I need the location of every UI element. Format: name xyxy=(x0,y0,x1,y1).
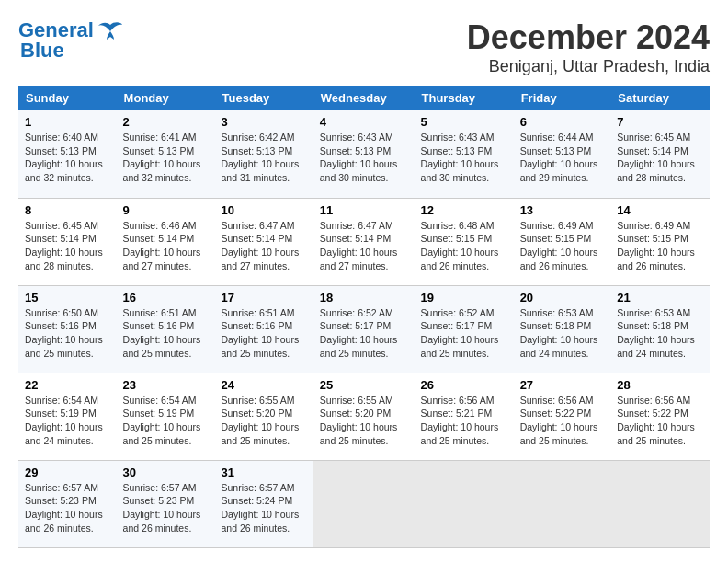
day-info: Sunrise: 6:51 AMSunset: 5:16 PMDaylight:… xyxy=(222,307,300,359)
day-info: Sunrise: 6:44 AMSunset: 5:13 PMDaylight:… xyxy=(520,132,598,183)
header-monday: Monday xyxy=(117,86,215,110)
day-info: Sunrise: 6:41 AMSunset: 5:13 PMDaylight:… xyxy=(123,132,201,183)
header-row: SundayMondayTuesdayWednesdayThursdayFrid… xyxy=(18,86,710,110)
day-number: 1 xyxy=(25,115,110,129)
calendar-cell: 14 Sunrise: 6:49 AMSunset: 5:15 PMDaylig… xyxy=(610,198,710,285)
day-info: Sunrise: 6:52 AMSunset: 5:17 PMDaylight:… xyxy=(320,307,398,359)
day-number: 4 xyxy=(320,115,408,129)
day-number: 18 xyxy=(320,291,408,304)
day-number: 23 xyxy=(123,378,209,392)
calendar-cell: 29 Sunrise: 6:57 AMSunset: 5:23 PMDaylig… xyxy=(18,460,117,547)
calendar-cell: 27 Sunrise: 6:56 AMSunset: 5:22 PMDaylig… xyxy=(514,373,611,460)
page-header: General Blue December 2024 Beniganj, Utt… xyxy=(18,18,710,76)
day-number: 16 xyxy=(123,291,209,304)
calendar-cell: 6 Sunrise: 6:44 AMSunset: 5:13 PMDayligh… xyxy=(514,110,611,198)
header-friday: Friday xyxy=(514,86,611,110)
day-number: 5 xyxy=(421,115,507,129)
day-number: 30 xyxy=(123,465,209,479)
day-info: Sunrise: 6:52 AMSunset: 5:17 PMDaylight:… xyxy=(421,307,499,359)
day-info: Sunrise: 6:49 AMSunset: 5:15 PMDaylight:… xyxy=(617,220,695,271)
day-info: Sunrise: 6:50 AMSunset: 5:16 PMDaylight:… xyxy=(25,307,103,359)
calendar-cell: 30 Sunrise: 6:57 AMSunset: 5:23 PMDaylig… xyxy=(117,460,215,547)
day-info: Sunrise: 6:55 AMSunset: 5:20 PMDaylight:… xyxy=(222,395,300,446)
calendar-cell: 5 Sunrise: 6:43 AMSunset: 5:13 PMDayligh… xyxy=(415,110,514,198)
day-number: 11 xyxy=(320,203,408,217)
day-info: Sunrise: 6:57 AMSunset: 5:23 PMDaylight:… xyxy=(25,482,103,534)
calendar-cell: 1 Sunrise: 6:40 AMSunset: 5:13 PMDayligh… xyxy=(18,110,117,198)
day-number: 22 xyxy=(25,378,110,392)
day-number: 15 xyxy=(25,291,110,304)
header-wednesday: Wednesday xyxy=(313,86,415,110)
day-info: Sunrise: 6:47 AMSunset: 5:14 PMDaylight:… xyxy=(222,220,300,271)
day-info: Sunrise: 6:43 AMSunset: 5:13 PMDaylight:… xyxy=(320,132,398,183)
day-info: Sunrise: 6:54 AMSunset: 5:19 PMDaylight:… xyxy=(123,395,201,446)
calendar-cell: 7 Sunrise: 6:45 AMSunset: 5:14 PMDayligh… xyxy=(610,110,710,198)
day-info: Sunrise: 6:53 AMSunset: 5:18 PMDaylight:… xyxy=(617,307,695,359)
week-row-5: 29 Sunrise: 6:57 AMSunset: 5:23 PMDaylig… xyxy=(18,460,710,547)
calendar-cell: 25 Sunrise: 6:55 AMSunset: 5:20 PMDaylig… xyxy=(313,373,415,460)
calendar-cell xyxy=(514,460,611,547)
day-info: Sunrise: 6:49 AMSunset: 5:15 PMDaylight:… xyxy=(520,220,598,271)
day-number: 26 xyxy=(421,378,507,392)
calendar-cell: 13 Sunrise: 6:49 AMSunset: 5:15 PMDaylig… xyxy=(514,198,611,285)
day-info: Sunrise: 6:57 AMSunset: 5:23 PMDaylight:… xyxy=(123,482,201,534)
day-number: 27 xyxy=(520,378,605,392)
calendar-cell xyxy=(610,460,710,547)
calendar-cell: 10 Sunrise: 6:47 AMSunset: 5:14 PMDaylig… xyxy=(215,198,313,285)
calendar-cell: 11 Sunrise: 6:47 AMSunset: 5:14 PMDaylig… xyxy=(313,198,415,285)
day-number: 3 xyxy=(222,115,307,129)
day-info: Sunrise: 6:56 AMSunset: 5:22 PMDaylight:… xyxy=(520,395,598,446)
day-info: Sunrise: 6:42 AMSunset: 5:13 PMDaylight:… xyxy=(222,132,300,183)
day-info: Sunrise: 6:56 AMSunset: 5:21 PMDaylight:… xyxy=(421,395,499,446)
day-number: 31 xyxy=(222,465,307,479)
day-info: Sunrise: 6:45 AMSunset: 5:14 PMDaylight:… xyxy=(25,220,103,271)
logo: General Blue xyxy=(18,18,123,63)
calendar-cell: 31 Sunrise: 6:57 AMSunset: 5:24 PMDaylig… xyxy=(215,460,313,547)
calendar-cell: 18 Sunrise: 6:52 AMSunset: 5:17 PMDaylig… xyxy=(313,285,415,373)
calendar-cell: 12 Sunrise: 6:48 AMSunset: 5:15 PMDaylig… xyxy=(415,198,514,285)
day-info: Sunrise: 6:53 AMSunset: 5:18 PMDaylight:… xyxy=(520,307,598,359)
calendar-cell: 15 Sunrise: 6:50 AMSunset: 5:16 PMDaylig… xyxy=(18,285,117,373)
day-info: Sunrise: 6:48 AMSunset: 5:15 PMDaylight:… xyxy=(421,220,499,271)
header-thursday: Thursday xyxy=(415,86,514,110)
calendar-cell: 26 Sunrise: 6:56 AMSunset: 5:21 PMDaylig… xyxy=(415,373,514,460)
day-number: 9 xyxy=(123,203,209,217)
day-number: 17 xyxy=(222,291,307,304)
day-info: Sunrise: 6:46 AMSunset: 5:14 PMDaylight:… xyxy=(123,220,201,271)
day-number: 14 xyxy=(617,203,703,217)
calendar-cell: 28 Sunrise: 6:56 AMSunset: 5:22 PMDaylig… xyxy=(610,373,710,460)
day-info: Sunrise: 6:43 AMSunset: 5:13 PMDaylight:… xyxy=(421,132,499,183)
day-number: 28 xyxy=(617,378,703,392)
calendar-cell: 16 Sunrise: 6:51 AMSunset: 5:16 PMDaylig… xyxy=(117,285,215,373)
calendar-cell: 24 Sunrise: 6:55 AMSunset: 5:20 PMDaylig… xyxy=(215,373,313,460)
day-number: 13 xyxy=(520,203,605,217)
week-row-4: 22 Sunrise: 6:54 AMSunset: 5:19 PMDaylig… xyxy=(18,373,710,460)
day-info: Sunrise: 6:47 AMSunset: 5:14 PMDaylight:… xyxy=(320,220,398,271)
day-number: 20 xyxy=(520,291,605,304)
calendar-cell xyxy=(415,460,514,547)
logo-bird-icon xyxy=(97,20,123,40)
calendar-cell: 22 Sunrise: 6:54 AMSunset: 5:19 PMDaylig… xyxy=(18,373,117,460)
header-tuesday: Tuesday xyxy=(215,86,313,110)
header-saturday: Saturday xyxy=(610,86,710,110)
header-sunday: Sunday xyxy=(18,86,117,110)
day-number: 21 xyxy=(617,291,703,304)
calendar-cell: 8 Sunrise: 6:45 AMSunset: 5:14 PMDayligh… xyxy=(18,198,117,285)
day-info: Sunrise: 6:55 AMSunset: 5:20 PMDaylight:… xyxy=(320,395,398,446)
calendar-cell: 21 Sunrise: 6:53 AMSunset: 5:18 PMDaylig… xyxy=(610,285,710,373)
day-number: 8 xyxy=(25,203,110,217)
calendar-cell: 2 Sunrise: 6:41 AMSunset: 5:13 PMDayligh… xyxy=(117,110,215,198)
month-title: December 2024 xyxy=(467,18,710,57)
day-number: 10 xyxy=(222,203,307,217)
logo-blue: Blue xyxy=(20,39,64,63)
calendar-cell: 23 Sunrise: 6:54 AMSunset: 5:19 PMDaylig… xyxy=(117,373,215,460)
calendar-cell: 20 Sunrise: 6:53 AMSunset: 5:18 PMDaylig… xyxy=(514,285,611,373)
calendar-cell xyxy=(313,460,415,547)
calendar-cell: 19 Sunrise: 6:52 AMSunset: 5:17 PMDaylig… xyxy=(415,285,514,373)
day-info: Sunrise: 6:56 AMSunset: 5:22 PMDaylight:… xyxy=(617,395,695,446)
day-info: Sunrise: 6:40 AMSunset: 5:13 PMDaylight:… xyxy=(25,132,103,183)
calendar-cell: 4 Sunrise: 6:43 AMSunset: 5:13 PMDayligh… xyxy=(313,110,415,198)
location-title: Beniganj, Uttar Pradesh, India xyxy=(467,57,710,76)
day-info: Sunrise: 6:54 AMSunset: 5:19 PMDaylight:… xyxy=(25,395,103,446)
week-row-3: 15 Sunrise: 6:50 AMSunset: 5:16 PMDaylig… xyxy=(18,285,710,373)
